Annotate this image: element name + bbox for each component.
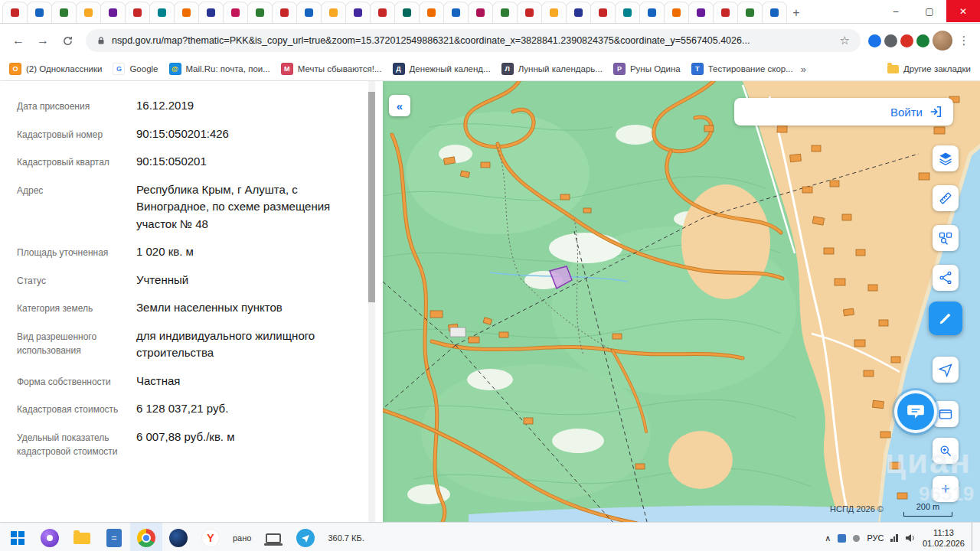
map-canvas[interactable]: « Войти xyxy=(383,81,980,522)
zoom-in-button[interactable]: + xyxy=(933,476,959,502)
forward-button[interactable]: → xyxy=(32,30,54,51)
chrome-button-active[interactable] xyxy=(130,523,162,551)
telegram-button[interactable] xyxy=(289,523,322,551)
maximize-button[interactable]: ▢ xyxy=(913,0,946,22)
browser-tab[interactable] xyxy=(639,2,665,23)
bookmark-item[interactable]: Р Руны Одина xyxy=(613,63,681,75)
profile-avatar[interactable] xyxy=(933,31,952,51)
field-label: Кадастровый номер xyxy=(17,126,136,143)
extension-icon[interactable] xyxy=(884,34,897,47)
extension-icon[interactable] xyxy=(900,34,913,47)
object-search-button[interactable] xyxy=(933,225,959,251)
field-value: Земли населенных пунктов xyxy=(136,299,383,317)
network-icon[interactable] xyxy=(890,534,898,542)
zoom-search-button[interactable] xyxy=(933,438,959,464)
url-text[interactable]: nspd.gov.ru/map?thematic=PKK&is_copy_url… xyxy=(112,35,834,46)
bookmark-item[interactable]: O (2) Одноклассники xyxy=(9,63,102,75)
browser-tab[interactable] xyxy=(419,2,444,23)
browser-tab[interactable] xyxy=(541,2,567,23)
calculator-button[interactable]: = xyxy=(98,523,130,551)
field-label: Кадастровая стоимость xyxy=(17,400,136,418)
browser-tab[interactable] xyxy=(664,2,689,23)
start-button[interactable] xyxy=(2,523,34,551)
browser-tab[interactable] xyxy=(590,2,616,23)
browser-tab[interactable] xyxy=(247,2,273,23)
locate-button[interactable] xyxy=(933,357,959,383)
bookmark-item[interactable]: Л Лунный календарь... xyxy=(501,63,603,75)
tab-favicon-icon xyxy=(697,8,705,17)
minimize-button[interactable]: – xyxy=(879,0,913,22)
browser-tab[interactable] xyxy=(615,2,640,23)
extension-icon[interactable] xyxy=(868,34,881,47)
bookmark-item[interactable]: @ Mail.Ru: почта, пои... xyxy=(169,63,270,75)
draw-tool-button-active[interactable] xyxy=(929,302,962,335)
back-button[interactable]: ← xyxy=(8,30,29,51)
extension-icon[interactable] xyxy=(916,34,929,47)
yandex-button[interactable]: Y xyxy=(194,523,227,551)
field-label: Вид разрешенного использования xyxy=(17,328,136,362)
assistant-button[interactable] xyxy=(34,523,66,551)
browser-tab[interactable] xyxy=(2,2,28,23)
reload-button[interactable] xyxy=(57,30,78,51)
browser-tab[interactable] xyxy=(27,2,52,23)
browser-tab[interactable] xyxy=(737,2,763,23)
browser-tab[interactable] xyxy=(272,2,297,23)
chat-button[interactable] xyxy=(894,390,937,433)
tray-chevron-icon[interactable]: ∧ xyxy=(825,533,831,543)
address-bar[interactable]: nspd.gov.ru/map?thematic=PKK&is_copy_url… xyxy=(86,29,861,52)
tray-app-icon[interactable] xyxy=(853,535,860,542)
browser-tab[interactable] xyxy=(688,2,714,23)
browser-tab[interactable] xyxy=(566,2,591,23)
language-indicator[interactable]: РУС xyxy=(867,533,884,543)
speaker-icon[interactable] xyxy=(905,533,916,543)
bookmark-item[interactable]: Т Тестирование скор... xyxy=(691,63,793,75)
device-button[interactable] xyxy=(257,523,289,551)
field-label: Дата присвоения xyxy=(17,97,136,115)
clock-date: 01.02.2026 xyxy=(923,538,965,549)
browser-tab[interactable] xyxy=(223,2,248,23)
layers-button[interactable] xyxy=(933,145,959,171)
share-button[interactable] xyxy=(933,265,959,291)
clock[interactable]: 11:13 01.02.2026 xyxy=(923,527,965,549)
parcel-field-row: Категория земель Земли населенных пункто… xyxy=(17,294,383,322)
panel-collapse-button[interactable]: « xyxy=(389,95,410,116)
bookmark-star-icon[interactable]: ☆ xyxy=(840,34,850,47)
browser-tab[interactable] xyxy=(394,2,420,23)
browser-tab[interactable] xyxy=(492,2,518,23)
browser-tab[interactable] xyxy=(443,2,469,23)
browser-tab[interactable] xyxy=(713,2,738,23)
browser-tab[interactable] xyxy=(149,2,175,23)
tray-app-icon[interactable] xyxy=(838,534,846,543)
browser-tab[interactable] xyxy=(125,2,150,23)
browser-tab[interactable] xyxy=(517,2,542,23)
browser-tab[interactable] xyxy=(100,2,126,23)
bookmark-item[interactable]: Д Денежный календ... xyxy=(393,63,491,75)
panel-scrollbar-thumb[interactable] xyxy=(368,92,375,302)
login-bar[interactable]: Войти xyxy=(734,98,953,126)
browser-tab[interactable] xyxy=(76,2,101,23)
browser-tab[interactable] xyxy=(762,2,787,23)
explorer-button[interactable] xyxy=(66,523,98,551)
bookmarks-overflow-button[interactable]: » xyxy=(801,64,806,75)
bookmark-favicon-icon: Р xyxy=(613,63,626,75)
browser-tab[interactable] xyxy=(198,2,224,23)
browser-tab[interactable] xyxy=(296,2,322,23)
scale-bar: 200 m xyxy=(903,502,952,517)
browser-tab[interactable] xyxy=(321,2,346,23)
browser-menu-button[interactable]: ⋮ xyxy=(956,34,972,47)
close-button[interactable]: ✕ xyxy=(946,0,980,22)
measure-button[interactable] xyxy=(933,185,959,211)
other-bookmarks-button[interactable]: Другие закладки xyxy=(887,64,971,73)
browser2-button[interactable] xyxy=(162,523,194,551)
browser-tab[interactable] xyxy=(370,2,395,23)
new-tab-button[interactable]: + xyxy=(786,3,806,23)
browser-tab[interactable] xyxy=(51,2,77,23)
bookmark-item[interactable]: G Google xyxy=(113,63,158,75)
browser-tab[interactable] xyxy=(468,2,493,23)
show-desktop-button[interactable] xyxy=(972,523,977,551)
bookmark-item[interactable]: М Мечты сбываются!... xyxy=(281,63,382,75)
browser-tab[interactable] xyxy=(345,2,371,23)
tab-favicon-icon xyxy=(599,8,607,17)
browser-tab[interactable] xyxy=(174,2,199,23)
bookmark-favicon-icon: М xyxy=(281,63,293,75)
